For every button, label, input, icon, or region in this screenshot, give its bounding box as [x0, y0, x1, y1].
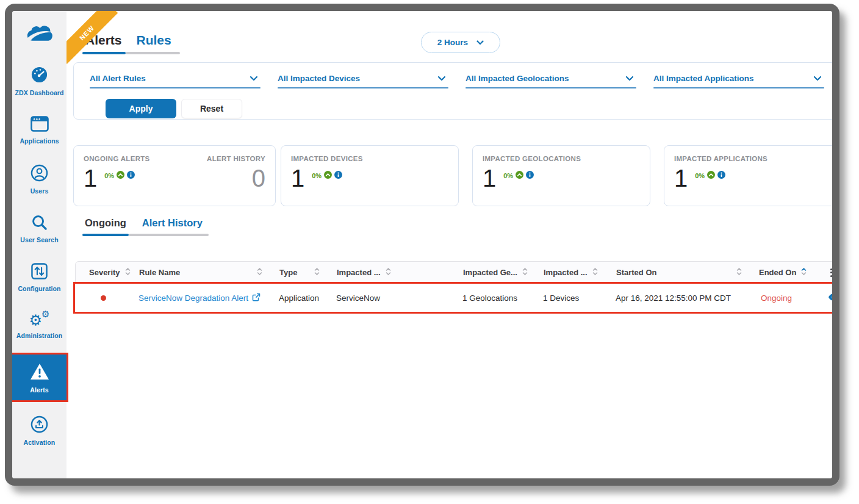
sort-icon — [314, 267, 320, 278]
sidebar-item-user-search[interactable]: User Search — [12, 209, 66, 248]
sort-icon — [125, 267, 131, 278]
tab-rules-label: Rules — [126, 33, 180, 48]
col-label: Severity — [89, 268, 120, 277]
tab-ongoing-label: Ongoing — [82, 217, 129, 229]
dropdown-underline — [653, 87, 824, 88]
impacted-applications-dropdown[interactable]: All Impacted Applications — [653, 69, 824, 88]
chevron-down-icon — [625, 73, 634, 84]
impacted-devices-dropdown-value: All Impacted Devices — [278, 74, 360, 83]
col-impacted-applications[interactable]: Impacted ... — [329, 267, 456, 278]
col-rule-name[interactable]: Rule Name — [132, 267, 272, 278]
ongoing-alerts-value: 1 — [84, 165, 97, 192]
col-type[interactable]: Type — [272, 267, 329, 278]
sidebar-item-alerts[interactable]: Alerts — [12, 355, 66, 400]
impacted-geolocations-value: 1 — [483, 165, 496, 192]
type-cell: Application — [271, 293, 329, 303]
ongoing-alerts-trend: 0% — [104, 172, 114, 179]
trend-up-icon — [117, 170, 124, 181]
trend-up-icon — [324, 170, 332, 181]
alert-rules-dropdown[interactable]: All Alert Rules — [90, 69, 261, 88]
alert-triangle-icon — [29, 362, 50, 383]
sidebar-item-label: Configuration — [18, 285, 60, 292]
zscaler-logo-icon — [24, 24, 56, 46]
sidebar-item-users[interactable]: Users — [12, 159, 66, 199]
impacted-devices-label: IMPACTED DEVICES — [291, 155, 448, 162]
dropdown-underline — [465, 87, 636, 88]
sidebar-item-configuration[interactable]: Configuration — [12, 257, 66, 297]
impacted-geolocations-trend: 0% — [503, 172, 513, 179]
alert-history-label: ALERT HISTORY — [207, 155, 265, 162]
info-icon[interactable] — [334, 170, 342, 181]
tab-underline — [126, 52, 180, 54]
col-impacted-devices[interactable]: Impacted ... — [536, 267, 609, 278]
col-label: Ended On — [759, 268, 796, 277]
sidebar-item-label: ZDX Dashboard — [15, 89, 63, 96]
impacted-devices-value: 1 — [291, 165, 304, 192]
sort-icon — [736, 267, 742, 278]
impacted-geolocations-dropdown-value: All Impacted Geolocations — [465, 74, 569, 83]
col-severity[interactable]: Severity — [76, 267, 132, 278]
impacted-geolocations-card: IMPACTED GEOLOCATIONS 1 0% — [472, 145, 650, 206]
sidebar-item-applications[interactable]: Applications — [12, 110, 66, 149]
info-icon[interactable] — [717, 170, 725, 181]
sort-icon — [592, 267, 598, 278]
tab-alert-history[interactable]: Alert History — [129, 217, 209, 236]
sort-icon-active — [801, 267, 807, 278]
impacted-geolocations-dropdown[interactable]: All Impacted Geolocations — [465, 69, 636, 88]
tab-underline — [82, 234, 129, 236]
impacted-geolocations-label: IMPACTED GEOLOCATIONS — [483, 155, 640, 162]
ended-on-cell: Ongoing — [753, 293, 815, 303]
activation-upload-icon — [31, 416, 48, 436]
table-row: ServiceNow Degradation Alert Application… — [75, 284, 832, 312]
col-label: Rule Name — [139, 268, 180, 277]
trend-up-icon — [707, 170, 715, 181]
apply-button[interactable]: Apply — [106, 99, 176, 118]
impacted-applications-value: 1 — [674, 165, 688, 192]
ongoing-alerts-card: ONGOING ALERTS 1 0% ALERT HISTORY 0 — [73, 145, 276, 206]
col-impacted-geolocations[interactable]: Impacted Ge... — [456, 267, 536, 278]
view-alert-button[interactable] — [815, 293, 832, 303]
dropdown-underline — [90, 87, 261, 88]
col-ended-on[interactable]: Ended On — [754, 267, 816, 278]
tab-rules[interactable]: Rules — [126, 33, 180, 54]
col-label: Started On — [616, 268, 656, 277]
started-on-cell: Apr 16, 2021 12:55:00 PM CDT — [608, 293, 753, 303]
sidebar-item-administration[interactable]: ⚙⚙ Administration — [12, 306, 66, 344]
search-icon — [31, 214, 48, 233]
time-range-dropdown[interactable]: 2 Hours — [421, 32, 500, 53]
sliders-icon — [31, 263, 48, 282]
table-header: Severity Rule Name Type Impacted ... Imp… — [75, 261, 832, 284]
col-started-on[interactable]: Started On — [609, 267, 754, 278]
tab-ongoing[interactable]: Ongoing — [82, 217, 129, 236]
app-window-icon — [31, 116, 49, 134]
severity-cell — [75, 295, 131, 301]
dropdown-underline — [278, 87, 448, 88]
tab-underline — [129, 234, 209, 236]
main-content: NEW Alerts Rules 2 Hours All Alert Ru — [66, 11, 832, 478]
gauge-icon — [31, 66, 48, 86]
sort-icon — [257, 267, 262, 278]
sidebar-item-label: Users — [31, 187, 49, 195]
col-label: Impacted Ge... — [463, 268, 517, 277]
rule-name-link[interactable]: ServiceNow Degradation Alert — [138, 293, 271, 303]
reset-button[interactable]: Reset — [181, 99, 242, 118]
rule-name-cell: ServiceNow Degradation Alert — [131, 293, 271, 303]
info-icon[interactable] — [526, 170, 534, 181]
col-label: Impacted ... — [337, 268, 381, 277]
alert-rules-dropdown-value: All Alert Rules — [90, 74, 146, 83]
sidebar-item-label: Administration — [16, 332, 62, 339]
sidebar-item-label: Activation — [24, 439, 56, 446]
time-range-value: 2 Hours — [437, 38, 468, 47]
sidebar-item-zdx-dashboard[interactable]: ZDX Dashboard — [12, 60, 66, 101]
severity-dot-icon — [101, 295, 106, 301]
impacted-geolocations-cell: 1 Geolocations — [455, 293, 536, 303]
summary-cards: ONGOING ALERTS 1 0% ALERT HISTORY 0 — [73, 145, 832, 206]
impacted-devices-dropdown[interactable]: All Impacted Devices — [278, 69, 448, 88]
sidebar-item-activation[interactable]: Activation — [12, 410, 66, 450]
impacted-applications-trend: 0% — [695, 172, 705, 179]
ongoing-alerts-label: ONGOING ALERTS — [84, 155, 150, 162]
info-icon[interactable] — [127, 170, 135, 181]
tab-underline — [82, 52, 126, 54]
sort-icon — [522, 267, 528, 278]
column-menu-button[interactable] — [816, 268, 832, 277]
